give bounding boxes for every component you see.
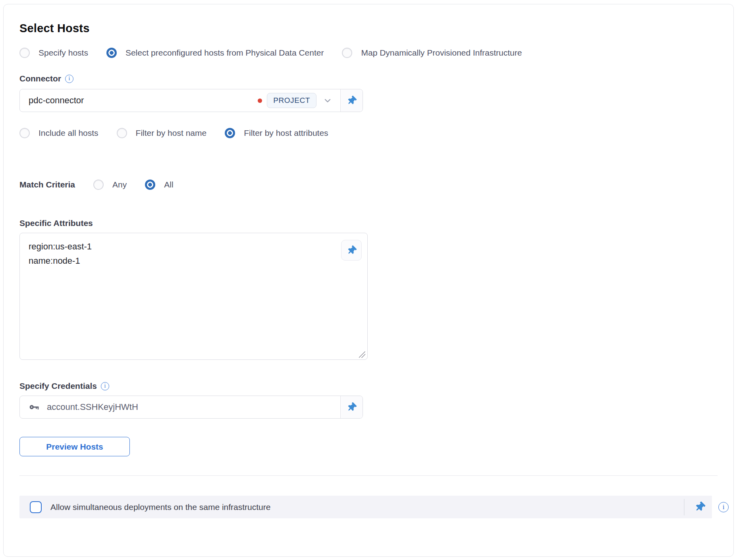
radio-label: Specify hosts xyxy=(39,48,88,58)
specific-attributes-field: region:us-east-1 name:node-1 xyxy=(19,233,368,361)
section-divider xyxy=(19,475,718,476)
info-icon[interactable] xyxy=(65,75,73,83)
key-icon xyxy=(29,402,40,413)
specific-attributes-label-row: Specific Attributes xyxy=(19,218,718,228)
specific-attributes-label: Specific Attributes xyxy=(19,218,93,228)
vertical-divider xyxy=(684,499,685,516)
resize-handle-icon[interactable] xyxy=(359,351,365,358)
pin-icon[interactable] xyxy=(340,396,363,418)
credentials-label: Specify Credentials xyxy=(19,381,97,391)
credentials-input[interactable]: account.SSHKeyjHWtH xyxy=(20,396,340,418)
radio-label: Map Dynamically Provisioned Infrastructu… xyxy=(361,48,522,58)
specific-attributes-textarea[interactable]: region:us-east-1 name:node-1 xyxy=(19,233,368,360)
radio-label: Any xyxy=(112,180,127,189)
connector-field: pdc-connector PROJECT xyxy=(19,89,363,112)
simultaneous-deployments-section: Allow simultaneous deployments on the sa… xyxy=(19,496,729,518)
radio-map-dynamic-infrastructure[interactable]: Map Dynamically Provisioned Infrastructu… xyxy=(342,48,522,58)
page-title: Select Hosts xyxy=(19,22,718,35)
credentials-label-row: Specify Credentials xyxy=(19,381,718,391)
radio-match-any[interactable]: Any xyxy=(93,180,127,190)
radio-specify-hosts[interactable]: Specify hosts xyxy=(19,48,88,58)
radio-match-all[interactable]: All xyxy=(145,180,173,190)
radio-label: Include all hosts xyxy=(39,128,98,138)
scope-badge: PROJECT xyxy=(267,93,316,108)
radio-label: Filter by host attributes xyxy=(244,128,328,138)
radio-label: Filter by host name xyxy=(136,128,207,138)
connector-label-row: Connector xyxy=(19,74,718,83)
radio-circle-icon[interactable] xyxy=(19,128,30,138)
radio-label: Select preconfigured hosts from Physical… xyxy=(125,48,324,58)
radio-circle-icon[interactable] xyxy=(145,180,155,190)
connector-label: Connector xyxy=(19,74,61,83)
match-criteria-label: Match Criteria xyxy=(19,180,75,189)
radio-filter-by-host-name[interactable]: Filter by host name xyxy=(117,128,207,138)
radio-circle-icon[interactable] xyxy=(93,180,104,190)
radio-circle-icon[interactable] xyxy=(106,48,117,58)
select-hosts-panel: Select Hosts Specify hosts Select precon… xyxy=(3,4,734,557)
preview-hosts-button[interactable]: Preview Hosts xyxy=(19,437,130,456)
radio-include-all-hosts[interactable]: Include all hosts xyxy=(19,128,98,138)
radio-select-preconfigured-hosts[interactable]: Select preconfigured hosts from Physical… xyxy=(106,48,324,58)
simultaneous-deployments-checkbox[interactable] xyxy=(30,501,42,513)
credentials-value: account.SSHKeyjHWtH xyxy=(47,402,334,412)
chevron-down-icon[interactable] xyxy=(321,96,334,105)
match-criteria-radio-group: Any All xyxy=(93,180,174,190)
connector-input[interactable]: pdc-connector PROJECT xyxy=(20,89,340,112)
radio-circle-icon[interactable] xyxy=(19,48,30,58)
pin-icon[interactable] xyxy=(341,240,362,261)
pin-icon[interactable] xyxy=(340,89,363,112)
match-criteria-row: Match Criteria Any All xyxy=(19,180,718,190)
required-dot-icon xyxy=(258,98,262,103)
radio-circle-icon[interactable] xyxy=(225,128,235,138)
host-filter-radio-group: Include all hosts Filter by host name Fi… xyxy=(19,128,718,138)
simultaneous-deployments-label: Allow simultaneous deployments on the sa… xyxy=(50,502,684,512)
info-icon[interactable] xyxy=(101,382,109,390)
radio-label: All xyxy=(164,180,173,189)
radio-filter-by-host-attributes[interactable]: Filter by host attributes xyxy=(225,128,328,138)
radio-circle-icon[interactable] xyxy=(342,48,352,58)
simultaneous-deployments-row[interactable]: Allow simultaneous deployments on the sa… xyxy=(19,496,712,518)
connector-value: pdc-connector xyxy=(29,95,253,106)
radio-circle-icon[interactable] xyxy=(117,128,127,138)
pin-icon[interactable] xyxy=(693,500,706,514)
info-icon[interactable] xyxy=(718,502,729,512)
host-selection-radio-group: Specify hosts Select preconfigured hosts… xyxy=(19,48,718,58)
credentials-field: account.SSHKeyjHWtH xyxy=(19,396,363,419)
